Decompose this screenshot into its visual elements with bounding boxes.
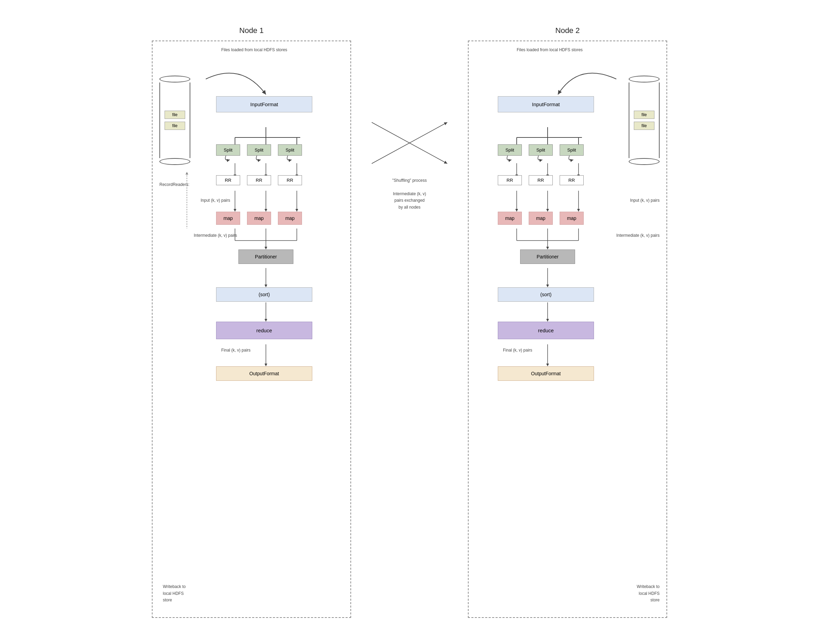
svg-marker-15 <box>234 209 236 212</box>
node1-split2: Split <box>247 144 271 156</box>
node2-partitioner: Partitioner <box>520 250 575 264</box>
node2-section: Node 2 Files loaded from local HDFS stor… <box>468 26 667 618</box>
node1-cylinder-top <box>159 76 190 83</box>
node2-map2: map <box>529 212 553 225</box>
node1-rr-label: RecordReaders: <box>159 182 189 187</box>
node1-reduce-box: reduce <box>216 322 312 339</box>
node1-hdfs-label: Files loaded from local HDFS stores <box>221 48 287 52</box>
svg-marker-31 <box>265 363 267 366</box>
node1-map3: map <box>278 212 302 225</box>
shuffle-exchange-label: Intermediate (k, v) pairs exchanged by a… <box>393 191 426 211</box>
node2-input-pairs-label: Input (k, v) pairs <box>630 198 660 203</box>
node2-writeback-label: Writeback to local HDFS store <box>637 584 660 603</box>
node1-sort: (sort) <box>216 287 312 302</box>
svg-marker-55 <box>546 209 549 212</box>
node2-map1: map <box>498 212 522 225</box>
svg-marker-57 <box>577 209 580 212</box>
node2-rr-row: RR RR RR <box>498 175 584 185</box>
node1-rr-row: RR RR RR <box>216 175 302 185</box>
node1-section: Node 1 Files loaded from local HDFS stor… <box>152 26 351 618</box>
node2-split2: Split <box>529 144 553 156</box>
node1-input-format: InputFormat <box>216 96 312 112</box>
svg-marker-63 <box>546 247 549 250</box>
node2-sort: (sort) <box>498 287 594 302</box>
node2-split1: Split <box>498 144 522 156</box>
node2-output-format-box: OutputFormat <box>498 366 594 381</box>
node2-reduce-box: reduce <box>498 322 594 339</box>
shuffle-svg <box>372 95 447 232</box>
node1-input-pairs-label: Input (k, v) pairs <box>201 198 230 203</box>
svg-marker-17 <box>265 209 267 212</box>
node1-writeback-label: Writeback to local HDFS store <box>163 584 185 603</box>
node1-rr1: RR <box>216 175 240 185</box>
node2-reduce: reduce <box>498 322 594 339</box>
node1-split1: Split <box>216 144 240 156</box>
node1-title: Node 1 <box>239 26 264 35</box>
shuffle-area: "Shuffling" process Intermediate (k, v) … <box>372 95 447 211</box>
node1-final-pairs-label: Final (k, v) pairs <box>221 348 250 353</box>
node2-cylinder-body: file file <box>629 83 660 158</box>
node1-partitioner-box: Partitioner <box>239 250 293 264</box>
node1-cylinder-body: file file <box>159 83 190 158</box>
svg-marker-25 <box>265 247 267 250</box>
node1-output-format: OutputFormat <box>216 366 312 381</box>
node2-box: Files loaded from local HDFS stores <box>468 41 667 618</box>
svg-marker-33 <box>185 172 188 175</box>
node1-output-format-box: OutputFormat <box>216 366 312 381</box>
node2-split3: Split <box>560 144 584 156</box>
node1-sort-box: (sort) <box>216 287 312 302</box>
node2-input-format: InputFormat <box>498 96 594 112</box>
node1-rr2: RR <box>247 175 271 185</box>
node2-sort-box: (sort) <box>498 287 594 302</box>
node1-input-format-box: InputFormat <box>216 96 312 112</box>
svg-marker-29 <box>265 319 267 322</box>
svg-marker-69 <box>546 363 549 366</box>
node2-cylinder-bottom <box>629 158 660 165</box>
node2-map-row: map map map <box>498 212 584 225</box>
svg-marker-67 <box>546 319 549 322</box>
node2-map3: map <box>560 212 584 225</box>
node1-intermediate-label: Intermediate (k, v) pairs <box>194 233 237 238</box>
node2-final-pairs-label: Final (k, v) pairs <box>503 348 532 353</box>
node2-file1: file <box>634 110 654 119</box>
node2-output-format: OutputFormat <box>498 366 594 381</box>
node2-partitioner-box: Partitioner <box>520 250 575 264</box>
node1-rr3: RR <box>278 175 302 185</box>
node2-input-format-box: InputFormat <box>498 96 594 112</box>
node2-rr3: RR <box>560 175 584 185</box>
node1-reduce: reduce <box>216 322 312 339</box>
node2-splits-row: Split Split Split <box>498 144 584 156</box>
node2-cylinder: file file <box>629 76 660 165</box>
node1-splits-row: Split Split Split <box>216 144 302 156</box>
node1-map-row: map map map <box>216 212 302 225</box>
node2-cylinder-top <box>629 76 660 83</box>
node2-title: Node 2 <box>556 26 580 35</box>
svg-marker-65 <box>546 285 549 287</box>
shuffle-process-label: "Shuffling" process <box>392 177 427 184</box>
node2-rr2: RR <box>529 175 553 185</box>
node1-partitioner: Partitioner <box>239 250 293 264</box>
svg-marker-19 <box>295 209 298 212</box>
svg-marker-53 <box>515 209 518 212</box>
node1-cylinder: file file <box>159 76 190 165</box>
node1-map1: map <box>216 212 240 225</box>
node1-split3: Split <box>278 144 302 156</box>
node1-map2: map <box>247 212 271 225</box>
node1-box: Files loaded from local HDFS stores file… <box>152 41 351 618</box>
node1-file1: file <box>165 110 185 119</box>
node1-file2: file <box>165 122 185 130</box>
node2-file2: file <box>634 122 654 130</box>
diagram-container: Node 1 Files loaded from local HDFS stor… <box>138 12 681 632</box>
node1-cylinder-bottom <box>159 158 190 165</box>
svg-marker-27 <box>265 285 267 287</box>
node2-rr1: RR <box>498 175 522 185</box>
node2-hdfs-label: Files loaded from local HDFS stores <box>517 48 583 52</box>
node2-intermediate-label: Intermediate (k, v) pairs <box>616 233 660 238</box>
